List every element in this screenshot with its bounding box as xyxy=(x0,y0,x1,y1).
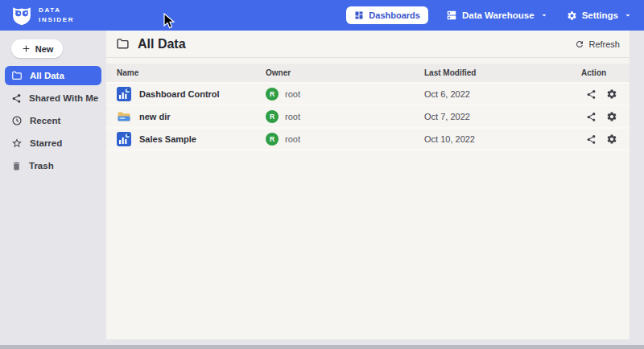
file-name: Sales Sample xyxy=(139,134,196,144)
new-button[interactable]: New xyxy=(11,39,63,58)
sidebar-item-recent[interactable]: Recent xyxy=(5,111,101,130)
plus-icon xyxy=(21,43,31,54)
refresh-label: Refresh xyxy=(588,39,620,49)
last-modified-date: Oct 7, 2022 xyxy=(424,112,581,121)
sidebar-item-starred[interactable]: Starred xyxy=(5,133,101,153)
sidebar-item-label: Trash xyxy=(29,161,54,170)
star-icon xyxy=(11,138,23,149)
settings-menu[interactable]: Settings xyxy=(567,10,633,21)
sidebar: New All Data Shared With Me Recent Starr… xyxy=(0,31,106,349)
owner-name: root xyxy=(285,134,300,144)
files-table: Name Owner Last Modified Action D xyxy=(106,64,630,151)
brand: DATA INSIDER xyxy=(11,5,74,26)
share-icon[interactable] xyxy=(586,112,597,122)
chevron-down-icon xyxy=(623,10,633,20)
sidebar-item-shared-with-me[interactable]: Shared With Me xyxy=(5,88,101,108)
share-icon[interactable] xyxy=(586,89,597,100)
dashboards-label: Dashboards xyxy=(369,10,420,20)
top-navigation-bar: DATA INSIDER Dashboards Data Warehouse S… xyxy=(0,0,644,31)
file-name: Dashboard Control xyxy=(139,89,220,99)
brand-name: DATA INSIDER xyxy=(39,6,74,24)
dashboard-file-icon xyxy=(117,87,131,101)
owl-logo-icon xyxy=(11,5,32,26)
sidebar-item-label: Recent xyxy=(30,116,60,125)
table-row[interactable]: Dashboard Control R root Oct 6, 2022 xyxy=(106,84,630,106)
owner-name: root xyxy=(285,89,300,99)
file-name: new dir xyxy=(139,112,171,121)
column-header-last-modified: Last Modified xyxy=(424,68,581,77)
owner-avatar: R xyxy=(266,110,279,123)
owner-avatar: R xyxy=(266,133,279,146)
column-header-owner: Owner xyxy=(266,68,424,77)
owner-avatar: R xyxy=(266,88,279,101)
refresh-icon xyxy=(575,39,584,49)
dashboards-button[interactable]: Dashboards xyxy=(346,6,428,24)
folder-file-icon xyxy=(117,109,131,124)
data-warehouse-label: Data Warehouse xyxy=(462,10,535,20)
dashboard-icon xyxy=(354,10,364,20)
top-nav-menu: Dashboards Data Warehouse Settings xyxy=(346,6,633,24)
gear-icon[interactable] xyxy=(606,88,617,100)
table-row[interactable]: new dir R root Oct 7, 2022 xyxy=(106,106,630,129)
sidebar-item-all-data[interactable]: All Data xyxy=(5,66,101,85)
refresh-button[interactable]: Refresh xyxy=(575,39,620,49)
sidebar-item-label: Starred xyxy=(30,138,62,148)
table-row[interactable]: Sales Sample R root Oct 10, 2022 xyxy=(106,129,630,151)
folder-icon xyxy=(116,37,130,51)
column-header-action: Action xyxy=(581,68,630,77)
last-modified-date: Oct 6, 2022 xyxy=(424,89,581,99)
dashboard-file-icon xyxy=(117,132,131,146)
new-button-label: New xyxy=(35,44,54,54)
page-title: All Data xyxy=(138,37,186,51)
settings-label: Settings xyxy=(582,10,618,20)
gear-icon xyxy=(567,10,577,21)
data-warehouse-menu[interactable]: Data Warehouse xyxy=(446,10,549,21)
database-icon xyxy=(446,10,457,21)
clock-icon xyxy=(11,115,23,126)
gear-icon[interactable] xyxy=(606,133,617,145)
folder-icon xyxy=(11,70,23,81)
table-header-row: Name Owner Last Modified Action xyxy=(106,64,630,84)
chevron-down-icon xyxy=(539,10,549,20)
gear-icon[interactable] xyxy=(606,111,617,122)
last-modified-date: Oct 10, 2022 xyxy=(424,134,581,144)
column-header-name: Name xyxy=(106,68,266,77)
sidebar-item-trash[interactable]: Trash xyxy=(5,156,101,175)
sidebar-item-label: All Data xyxy=(30,71,64,80)
trash-icon xyxy=(11,161,22,171)
share-icon[interactable] xyxy=(586,134,597,145)
owner-name: root xyxy=(285,112,300,121)
window-bottom-edge xyxy=(0,345,644,349)
sidebar-item-label: Shared With Me xyxy=(29,93,98,103)
page-title-bar: All Data Refresh xyxy=(106,31,630,58)
main-content-panel: All Data Refresh Name Owner Last Modifie… xyxy=(106,31,630,339)
share-icon xyxy=(11,93,22,104)
